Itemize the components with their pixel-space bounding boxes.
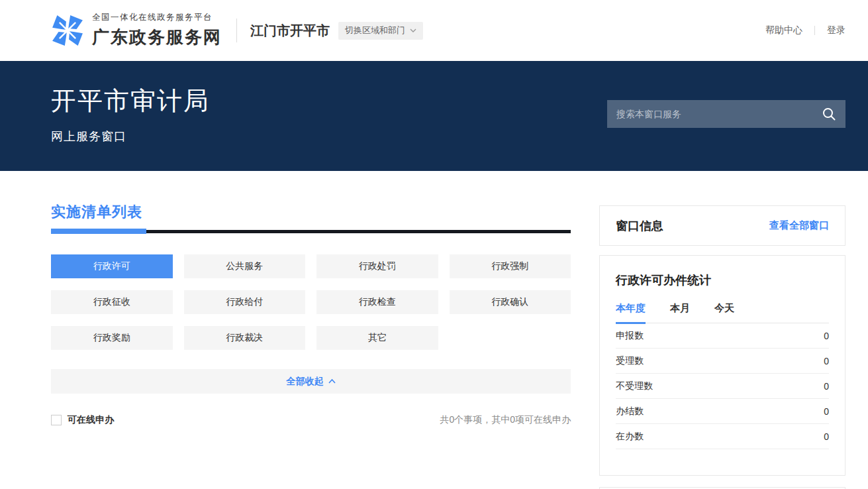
stat-row-accepted: 受理数 0: [616, 349, 829, 374]
window-info-title: 窗口信息: [616, 218, 663, 234]
site-logo[interactable]: 全国一体化在线政务服务平台 广东政务服务网: [51, 12, 222, 49]
stats-tab-today[interactable]: 今天: [714, 302, 734, 323]
sidebar: 窗口信息 查看全部窗口 行政许可办件统计 本年度 本月 今天 申报数 0 受理数…: [599, 202, 845, 489]
category-tab-gonggongfuwu[interactable]: 公共服务: [184, 254, 306, 278]
section-title: 实施清单列表: [51, 202, 571, 222]
header-right-divider: [814, 26, 815, 35]
stat-value: 0: [824, 331, 829, 341]
stats-tabs: 本年度 本月 今天: [616, 302, 829, 323]
search-icon[interactable]: [822, 107, 836, 121]
category-tab-xingzhengjiangli[interactable]: 行政奖励: [51, 326, 173, 350]
category-tab-xingzhengcaijue[interactable]: 行政裁决: [184, 326, 306, 350]
category-tab-xingzhengchufa[interactable]: 行政处罚: [316, 254, 438, 278]
category-tab-xingzhenggeifu[interactable]: 行政给付: [184, 290, 306, 314]
stat-value: 0: [824, 406, 829, 417]
login-link[interactable]: 登录: [827, 25, 845, 36]
header-divider: [236, 19, 237, 42]
stat-row-inprogress: 在办数 0: [616, 424, 829, 449]
list-section: 实施清单列表 行政许可 公共服务 行政处罚 行政强制 行政征收 行政给付 行政检…: [51, 202, 571, 426]
window-search-input[interactable]: [616, 109, 822, 119]
department-banner: 开平市审计局 网上服务窗口: [0, 61, 868, 171]
region-name: 江门市开平市: [250, 22, 330, 40]
section-title-underline: [51, 229, 571, 234]
category-tab-xingzhengzhengshou[interactable]: 行政征收: [51, 290, 173, 314]
online-apply-checkbox[interactable]: [51, 415, 62, 425]
help-center-link[interactable]: 帮助中心: [765, 25, 802, 36]
category-grid: 行政许可 公共服务 行政处罚 行政强制 行政征收 行政给付 行政检查 行政确认 …: [51, 254, 571, 350]
stat-label: 办结数: [616, 406, 644, 417]
switch-region-label: 切换区域和部门: [345, 25, 405, 36]
stats-tab-year[interactable]: 本年度: [616, 302, 646, 323]
online-apply-label: 可在线申办: [68, 414, 114, 426]
filter-row: 可在线申办 共0个事项，其中0项可在线申办: [51, 414, 571, 426]
stat-value: 0: [824, 431, 829, 442]
stats-tab-month[interactable]: 本月: [670, 302, 690, 323]
collapse-all-button[interactable]: 全部收起: [51, 369, 571, 394]
stat-label: 在办数: [616, 431, 644, 443]
window-search-box: [607, 100, 845, 128]
view-all-windows-link[interactable]: 查看全部窗口: [769, 219, 829, 232]
category-tab-xingzhengjiancha[interactable]: 行政检查: [316, 290, 438, 314]
stat-row-rejected: 不受理数 0: [616, 374, 829, 399]
items-count-text: 共0个事项，其中0项可在线申办: [440, 414, 571, 426]
stat-label: 申报数: [616, 330, 644, 342]
stat-label: 受理数: [616, 355, 644, 367]
switch-region-button[interactable]: 切换区域和部门: [338, 22, 423, 40]
platform-name: 广东政务服务网: [92, 26, 222, 49]
stat-value: 0: [824, 381, 829, 392]
pinwheel-logo-icon: [51, 14, 84, 47]
platform-tagline: 全国一体化在线政务服务平台: [92, 12, 222, 23]
collapse-all-label: 全部收起: [287, 376, 324, 388]
window-info-card: 窗口信息 查看全部窗口: [599, 205, 845, 246]
stat-value: 0: [824, 356, 829, 366]
stat-row-completed: 办结数 0: [616, 399, 829, 424]
license-stats-card: 行政许可办件统计 本年度 本月 今天 申报数 0 受理数 0 不受理数 0: [599, 255, 845, 476]
top-header: 全国一体化在线政务服务平台 广东政务服务网 江门市开平市 切换区域和部门 帮助中…: [0, 0, 868, 61]
category-tab-xingzhengxuke[interactable]: 行政许可: [51, 254, 173, 278]
category-tab-xingzhengqiangzhi[interactable]: 行政强制: [450, 254, 571, 278]
license-stats-title: 行政许可办件统计: [616, 272, 829, 288]
category-tab-qita[interactable]: 其它: [316, 326, 438, 350]
stat-label: 不受理数: [616, 380, 653, 392]
stat-row-declared: 申报数 0: [616, 323, 829, 349]
chevron-down-icon: [410, 28, 416, 32]
chevron-up-icon: [328, 379, 336, 384]
category-tab-xingzhengqueren[interactable]: 行政确认: [450, 290, 571, 314]
department-subtitle: 网上服务窗口: [51, 129, 845, 144]
